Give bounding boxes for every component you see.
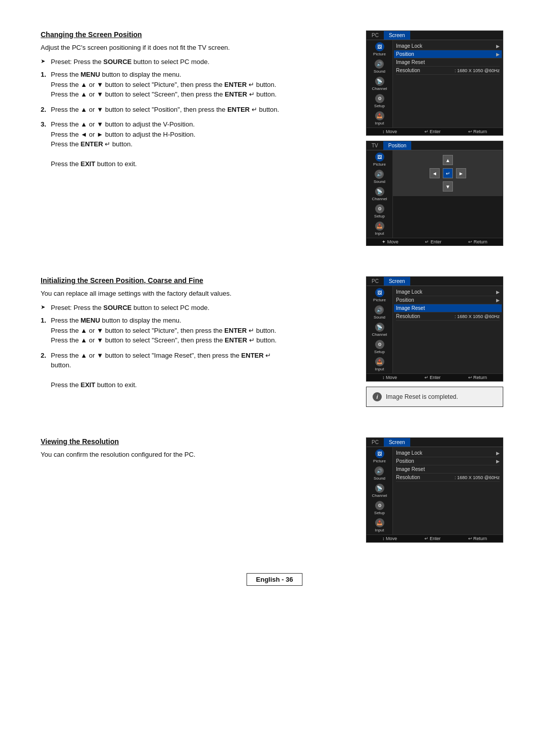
heading-initializing: Initializing the Screen Position, Coarse… xyxy=(41,276,351,285)
screen-footer-2: ↕ Move ↵ Enter ↩ Return xyxy=(367,373,503,381)
screen-tab-2: Screen xyxy=(384,277,410,286)
sidebar-channel-3: 📡 Channel xyxy=(372,484,387,498)
heading-changing-screen-position: Changing the Screen Position xyxy=(41,30,351,39)
spacer-1 xyxy=(41,266,508,276)
position-sidebar: 🖼 Picture 🔊 Sound 📡 Channel ⚙ Setup xyxy=(367,150,393,238)
arrow-empty-tl xyxy=(430,155,440,165)
footer-move-1: ↕ Move xyxy=(382,129,397,134)
picture-icon-2: 🖼 xyxy=(375,288,384,297)
position-header: TV Position xyxy=(367,141,503,150)
pos-picture-icon: 🖼 xyxy=(375,152,384,162)
pos-footer-enter: ↵ Enter xyxy=(425,239,441,244)
sidebar-channel-1: 📡 Channel xyxy=(372,77,387,91)
page-footer: English - 36 xyxy=(41,573,508,586)
sidebar-input-2: 📥 Input xyxy=(375,357,384,371)
pos-channel-icon: 📡 xyxy=(375,187,384,196)
section-text-1: Changing the Screen Position Adjust the … xyxy=(41,30,351,246)
input-icon-1: 📥 xyxy=(375,111,384,120)
step-2-1: 1. Press the MENU button to display the … xyxy=(41,316,351,345)
sidebar-setup-3: ⚙ Setup xyxy=(374,501,385,515)
content-col-1: Image Lock▶ Position▶ Image Reset Resolu… xyxy=(393,40,503,128)
screen-ui-body-3: 🖼 Picture 🔊 Sound 📡 Channel ⚙ Setup xyxy=(367,447,503,534)
screen-ui-3: PC Screen 🖼 Picture 🔊 Sound 📡 Channel xyxy=(366,437,503,543)
footer-enter-3: ↵ Enter xyxy=(424,536,441,541)
footer-enter-2: ↵ Enter xyxy=(424,375,441,380)
sound-icon-1: 🔊 xyxy=(375,59,384,69)
arrow-center: ↵ xyxy=(443,168,453,178)
position-arrows-area: ▲ ◄ ↵ ► ▼ xyxy=(393,150,503,196)
arrow-empty-tr xyxy=(456,155,466,165)
section-text-3: Viewing the Resolution You can confirm t… xyxy=(41,437,351,543)
spacer-2 xyxy=(41,427,508,437)
tv-tab: TV xyxy=(367,141,383,150)
step-2-2: 2. Press the ▲ or ▼ button to select "Im… xyxy=(41,351,351,390)
sound-icon-3: 🔊 xyxy=(375,466,384,476)
steps-list-2: Preset: Press the SOURCE button to selec… xyxy=(41,303,351,390)
desc-viewing-resolution: You can confirm the resolution configure… xyxy=(41,450,351,460)
pos-footer-return: ↩ Return xyxy=(468,239,487,244)
pos-setup-icon: ⚙ xyxy=(375,204,384,213)
picture-icon-3: 🖼 xyxy=(375,449,384,458)
screen-tab-3: Screen xyxy=(384,438,410,447)
section-images-2: PC Screen 🖼 Picture 🔊 Sound 📡 Channel xyxy=(366,276,508,407)
content-col-2: Image Lock▶ Position▶ Image Reset Resolu… xyxy=(393,286,503,373)
screen-ui-2: PC Screen 🖼 Picture 🔊 Sound 📡 Channel xyxy=(366,276,503,382)
sidebar-picture-2: 🖼 Picture xyxy=(373,288,386,302)
footer-enter-1: ↵ Enter xyxy=(424,129,441,134)
screen-ui-header-2: PC Screen xyxy=(367,277,503,286)
step-1-2: 2. Press the ▲ or ▼ button to select "Po… xyxy=(41,105,351,115)
row-resolution-2: Resolution: 1680 X 1050 @60Hz xyxy=(396,312,500,321)
setup-icon-2: ⚙ xyxy=(375,340,384,349)
step-1-3: 3. Press the ▲ or ▼ button to adjust the… xyxy=(41,119,351,169)
row-position-2: Position▶ xyxy=(396,296,500,304)
row-position-1: Position▶ xyxy=(394,50,502,58)
row-image-lock-1: Image Lock▶ xyxy=(396,42,500,50)
desc-initializing: You can replace all image settings with … xyxy=(41,289,351,299)
screen-footer-1: ↕ Move ↵ Enter ↩ Return xyxy=(367,128,503,135)
screen-tab-1: Screen xyxy=(384,31,410,40)
sidebar-input-3: 📥 Input xyxy=(375,518,384,532)
pc-tab-3: PC xyxy=(367,438,384,447)
footer-move-2: ↕ Move xyxy=(382,375,397,380)
pos-input: 📥 Input xyxy=(375,222,384,236)
screen-ui-header-3: PC Screen xyxy=(367,438,503,447)
position-footer: ✦ Move ↵ Enter ↩ Return xyxy=(367,238,503,245)
pos-picture: 🖼 Picture xyxy=(373,152,386,167)
step-1-1: 1. Press the MENU button to display the … xyxy=(41,70,351,100)
content-col-3: Image Lock▶ Position▶ Image Reset Resolu… xyxy=(393,447,503,534)
pos-footer-move: ✦ Move xyxy=(382,239,399,244)
footer-return-1: ↩ Return xyxy=(468,129,487,134)
sidebar-picture-3: 🖼 Picture xyxy=(373,449,386,463)
row-image-reset-2: Image Reset xyxy=(394,304,502,312)
section-text-2: Initializing the Screen Position, Coarse… xyxy=(41,276,351,407)
position-tab: Position xyxy=(383,141,412,150)
screen-footer-3: ↕ Move ↵ Enter ↩ Return xyxy=(367,534,503,542)
step-preset-1: Preset: Press the SOURCE button to selec… xyxy=(41,57,351,67)
arrow-left: ◄ xyxy=(430,168,440,178)
footer-move-3: ↕ Move xyxy=(382,536,397,541)
sidebar-sound-1: 🔊 Sound xyxy=(374,59,385,74)
arrow-empty-bl xyxy=(430,181,440,192)
arrow-empty-br xyxy=(456,181,466,192)
input-icon-2: 📥 xyxy=(375,357,384,366)
setup-icon-3: ⚙ xyxy=(375,501,384,510)
pc-tab-1: PC xyxy=(367,31,384,40)
arrow-down: ▼ xyxy=(443,181,453,192)
pos-sound: 🔊 Sound xyxy=(374,170,385,184)
section-images-1: PC Screen 🖼 Picture 🔊 Sound 📡 Channel xyxy=(366,30,508,246)
sidebar-input-1: 📥 Input xyxy=(375,111,384,125)
info-icon: i xyxy=(373,392,382,401)
sidebar-sound-3: 🔊 Sound xyxy=(374,466,385,481)
row-image-lock-2: Image Lock▶ xyxy=(396,288,500,296)
pos-input-icon: 📥 xyxy=(375,222,384,231)
screen-ui-header-1: PC Screen xyxy=(367,31,503,40)
row-image-lock-3: Image Lock▶ xyxy=(396,449,500,457)
sidebar-col-2: 🖼 Picture 🔊 Sound 📡 Channel ⚙ Setup xyxy=(367,286,393,373)
screen-ui-body-2: 🖼 Picture 🔊 Sound 📡 Channel ⚙ Setup xyxy=(367,286,503,373)
reset-completed-box: i Image Reset is completed. xyxy=(366,387,503,407)
row-resolution-3: Resolution: 1680 X 1050 @60Hz xyxy=(396,474,500,482)
pos-setup: ⚙ Setup xyxy=(374,204,385,218)
position-arrow-grid: ▲ ◄ ↵ ► ▼ xyxy=(429,154,467,193)
channel-icon-3: 📡 xyxy=(375,484,384,493)
picture-icon-1: 🖼 xyxy=(375,42,384,51)
